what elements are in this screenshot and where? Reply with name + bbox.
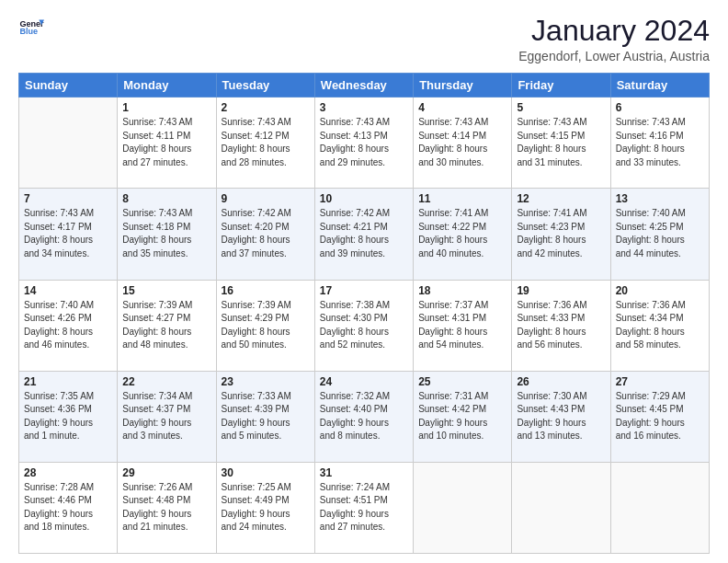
day-info: Sunrise: 7:43 AM Sunset: 4:16 PM Dayligh… [616,116,704,169]
day-info: Sunrise: 7:43 AM Sunset: 4:11 PM Dayligh… [122,116,210,169]
day-info: Sunrise: 7:36 AM Sunset: 4:33 PM Dayligh… [517,299,605,352]
table-row: 4Sunrise: 7:43 AM Sunset: 4:14 PM Daylig… [414,98,512,189]
col-tuesday: Tuesday [216,74,314,98]
table-row: 17Sunrise: 7:38 AM Sunset: 4:30 PM Dayli… [314,280,413,371]
day-number: 27 [616,375,704,388]
day-number: 10 [320,192,408,205]
day-number: 20 [616,284,704,297]
page-header: General Blue January 2024 Eggendorf, Low… [18,15,710,63]
table-row: 30Sunrise: 7:25 AM Sunset: 4:49 PM Dayli… [216,462,314,553]
day-info: Sunrise: 7:43 AM Sunset: 4:18 PM Dayligh… [122,207,210,260]
logo-icon: General Blue [18,15,44,40]
table-row: 3Sunrise: 7:43 AM Sunset: 4:13 PM Daylig… [314,98,413,189]
day-info: Sunrise: 7:40 AM Sunset: 4:25 PM Dayligh… [616,207,704,260]
week-row: 28Sunrise: 7:28 AM Sunset: 4:46 PM Dayli… [19,462,710,553]
table-row: 24Sunrise: 7:32 AM Sunset: 4:40 PM Dayli… [314,371,413,462]
day-info: Sunrise: 7:26 AM Sunset: 4:48 PM Dayligh… [122,481,210,534]
day-number: 28 [24,466,112,479]
table-row: 21Sunrise: 7:35 AM Sunset: 4:36 PM Dayli… [19,371,118,462]
table-row [414,462,512,553]
svg-text:Blue: Blue [19,27,38,36]
table-row [19,98,118,189]
day-number: 2 [222,101,310,114]
table-row: 23Sunrise: 7:33 AM Sunset: 4:39 PM Dayli… [216,371,314,462]
page-subtitle: Eggendorf, Lower Austria, Austria [518,49,710,63]
day-info: Sunrise: 7:33 AM Sunset: 4:39 PM Dayligh… [222,390,310,443]
table-row: 20Sunrise: 7:36 AM Sunset: 4:34 PM Dayli… [610,280,709,371]
table-row: 12Sunrise: 7:41 AM Sunset: 4:23 PM Dayli… [512,189,610,280]
table-row: 8Sunrise: 7:43 AM Sunset: 4:18 PM Daylig… [118,189,216,280]
day-number: 26 [517,375,605,388]
day-info: Sunrise: 7:40 AM Sunset: 4:26 PM Dayligh… [24,299,112,352]
table-row: 25Sunrise: 7:31 AM Sunset: 4:42 PM Dayli… [414,371,512,462]
day-info: Sunrise: 7:43 AM Sunset: 4:13 PM Dayligh… [320,116,408,169]
day-number: 7 [24,192,112,205]
page-title: January 2024 [518,15,710,47]
day-number: 1 [122,101,210,114]
day-info: Sunrise: 7:30 AM Sunset: 4:43 PM Dayligh… [517,390,605,443]
table-row [610,462,709,553]
day-info: Sunrise: 7:41 AM Sunset: 4:23 PM Dayligh… [517,207,605,260]
week-row: 7Sunrise: 7:43 AM Sunset: 4:17 PM Daylig… [19,189,710,280]
day-number: 3 [320,101,408,114]
col-friday: Friday [512,74,610,98]
day-number: 16 [222,284,310,297]
day-info: Sunrise: 7:31 AM Sunset: 4:42 PM Dayligh… [418,390,506,443]
table-row: 16Sunrise: 7:39 AM Sunset: 4:29 PM Dayli… [216,280,314,371]
table-row: 19Sunrise: 7:36 AM Sunset: 4:33 PM Dayli… [512,280,610,371]
day-info: Sunrise: 7:36 AM Sunset: 4:34 PM Dayligh… [616,299,704,352]
table-row: 28Sunrise: 7:28 AM Sunset: 4:46 PM Dayli… [19,462,118,553]
day-info: Sunrise: 7:29 AM Sunset: 4:45 PM Dayligh… [616,390,704,443]
table-row: 29Sunrise: 7:26 AM Sunset: 4:48 PM Dayli… [118,462,216,553]
day-number: 30 [222,466,310,479]
day-number: 15 [122,284,210,297]
col-thursday: Thursday [414,74,512,98]
col-sunday: Sunday [19,74,118,98]
table-row: 11Sunrise: 7:41 AM Sunset: 4:22 PM Dayli… [414,189,512,280]
table-row: 9Sunrise: 7:42 AM Sunset: 4:20 PM Daylig… [216,189,314,280]
day-info: Sunrise: 7:25 AM Sunset: 4:49 PM Dayligh… [222,481,310,534]
title-block: January 2024 Eggendorf, Lower Austria, A… [518,15,710,63]
table-row: 5Sunrise: 7:43 AM Sunset: 4:15 PM Daylig… [512,98,610,189]
day-info: Sunrise: 7:43 AM Sunset: 4:15 PM Dayligh… [517,116,605,169]
col-wednesday: Wednesday [314,74,413,98]
day-info: Sunrise: 7:43 AM Sunset: 4:14 PM Dayligh… [418,116,506,169]
day-number: 4 [418,101,506,114]
table-row: 27Sunrise: 7:29 AM Sunset: 4:45 PM Dayli… [610,371,709,462]
day-info: Sunrise: 7:41 AM Sunset: 4:22 PM Dayligh… [418,207,506,260]
day-number: 11 [418,192,506,205]
day-number: 21 [24,375,112,388]
day-info: Sunrise: 7:24 AM Sunset: 4:51 PM Dayligh… [320,481,408,534]
day-info: Sunrise: 7:34 AM Sunset: 4:37 PM Dayligh… [122,390,210,443]
day-info: Sunrise: 7:37 AM Sunset: 4:31 PM Dayligh… [418,299,506,352]
day-info: Sunrise: 7:32 AM Sunset: 4:40 PM Dayligh… [320,390,408,443]
col-saturday: Saturday [610,74,709,98]
day-number: 22 [122,375,210,388]
table-row: 22Sunrise: 7:34 AM Sunset: 4:37 PM Dayli… [118,371,216,462]
calendar-header-row: Sunday Monday Tuesday Wednesday Thursday… [19,74,710,98]
day-info: Sunrise: 7:43 AM Sunset: 4:17 PM Dayligh… [24,207,112,260]
table-row: 26Sunrise: 7:30 AM Sunset: 4:43 PM Dayli… [512,371,610,462]
table-row: 10Sunrise: 7:42 AM Sunset: 4:21 PM Dayli… [314,189,413,280]
table-row: 1Sunrise: 7:43 AM Sunset: 4:11 PM Daylig… [118,98,216,189]
table-row [512,462,610,553]
day-number: 29 [122,466,210,479]
day-info: Sunrise: 7:28 AM Sunset: 4:46 PM Dayligh… [24,481,112,534]
table-row: 6Sunrise: 7:43 AM Sunset: 4:16 PM Daylig… [610,98,709,189]
col-monday: Monday [118,74,216,98]
table-row: 2Sunrise: 7:43 AM Sunset: 4:12 PM Daylig… [216,98,314,189]
table-row: 13Sunrise: 7:40 AM Sunset: 4:25 PM Dayli… [610,189,709,280]
logo: General Blue [18,15,44,40]
day-number: 14 [24,284,112,297]
day-info: Sunrise: 7:38 AM Sunset: 4:30 PM Dayligh… [320,299,408,352]
day-info: Sunrise: 7:39 AM Sunset: 4:27 PM Dayligh… [122,299,210,352]
day-info: Sunrise: 7:42 AM Sunset: 4:20 PM Dayligh… [222,207,310,260]
day-number: 19 [517,284,605,297]
day-info: Sunrise: 7:39 AM Sunset: 4:29 PM Dayligh… [222,299,310,352]
day-number: 8 [122,192,210,205]
day-number: 25 [418,375,506,388]
table-row: 14Sunrise: 7:40 AM Sunset: 4:26 PM Dayli… [19,280,118,371]
day-number: 12 [517,192,605,205]
week-row: 14Sunrise: 7:40 AM Sunset: 4:26 PM Dayli… [19,280,710,371]
day-number: 5 [517,101,605,114]
